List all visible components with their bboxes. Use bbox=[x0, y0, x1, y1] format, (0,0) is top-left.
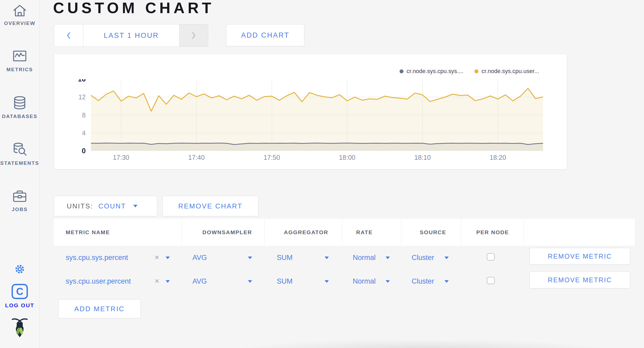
logout-label[interactable]: LOG OUT bbox=[0, 302, 39, 309]
sidebar-item-overview-label[interactable]: OVERVIEW bbox=[0, 21, 39, 26]
source-select[interactable]: Cluster bbox=[412, 277, 434, 285]
chevron-down-icon[interactable] bbox=[248, 257, 252, 259]
legend-label: cr.node.sys.cpu.user... bbox=[482, 68, 539, 75]
jobs-icon bbox=[12, 188, 28, 204]
custom-chart-plot: 048121617:3017:4017:5018:0018:1018:20 bbox=[70, 79, 546, 166]
settings-button[interactable] bbox=[0, 263, 39, 276]
metrics-icon bbox=[12, 48, 28, 64]
sidebar-item-metrics-label[interactable]: METRICS bbox=[0, 67, 39, 73]
time-range-prev-button[interactable] bbox=[54, 24, 83, 47]
units-label: UNITS: bbox=[67, 202, 93, 210]
x-tick-label: 17:40 bbox=[188, 154, 205, 161]
sidebar-item-jobs[interactable] bbox=[0, 188, 39, 204]
time-range-selector: LAST 1 HOUR bbox=[54, 24, 208, 47]
chevron-down-icon[interactable] bbox=[444, 280, 449, 283]
y-tick-label: 4 bbox=[82, 129, 86, 137]
gear-icon bbox=[13, 263, 26, 276]
column-header-actions bbox=[524, 219, 635, 246]
metric-row: sys.cpu.sys.percent × AVG SUM Normal Clu… bbox=[54, 246, 635, 269]
chevron-left-icon bbox=[66, 32, 71, 39]
legend-swatch bbox=[400, 69, 403, 73]
time-range-value[interactable]: LAST 1 HOUR bbox=[83, 24, 180, 47]
column-header-source: SOURCE bbox=[401, 219, 461, 246]
remove-metric-button[interactable]: REMOVE METRIC bbox=[530, 248, 630, 265]
add-chart-button[interactable]: ADD CHART bbox=[226, 24, 304, 46]
sidebar-item-statements-label[interactable]: STATEMENTS bbox=[0, 160, 39, 166]
legend-label: cr.node.sys.cpu.sys.... bbox=[407, 68, 463, 75]
statements-icon bbox=[12, 141, 28, 158]
sidebar-item-metrics[interactable] bbox=[0, 48, 39, 64]
add-metric-button[interactable]: ADD METRIC bbox=[58, 299, 141, 318]
y-tick-label: 16 bbox=[78, 79, 86, 83]
y-tick-label: 8 bbox=[82, 111, 86, 119]
custom-chart-page: OVERVIEW METRICS DATABASES bbox=[0, 0, 644, 348]
column-header-rate: RATE bbox=[342, 219, 401, 246]
remove-metric-button[interactable]: REMOVE METRIC bbox=[530, 272, 630, 288]
page-title: CUSTOM CHART bbox=[53, 0, 214, 17]
sidebar-item-overview[interactable] bbox=[0, 3, 39, 19]
units-value: COUNT bbox=[98, 202, 126, 210]
downsampler-select[interactable]: AVG bbox=[192, 277, 207, 285]
legend-item[interactable]: cr.node.sys.cpu.user... bbox=[474, 68, 539, 75]
source-select[interactable]: Cluster bbox=[412, 254, 434, 262]
chevron-down-icon[interactable] bbox=[166, 280, 170, 283]
chevron-down-icon[interactable] bbox=[386, 280, 390, 283]
x-tick-label: 17:30 bbox=[113, 154, 129, 161]
chevron-down-icon[interactable] bbox=[325, 257, 329, 259]
downsampler-select[interactable]: AVG bbox=[192, 254, 207, 262]
sidebar-item-databases-label[interactable]: DATABASES bbox=[0, 114, 39, 119]
time-range-next-button[interactable] bbox=[180, 24, 208, 47]
column-header-downsampler: DOWNSAMPLER bbox=[182, 219, 265, 246]
series-area bbox=[91, 143, 543, 151]
x-tick-label: 17:50 bbox=[264, 154, 280, 161]
sidebar-item-statements[interactable] bbox=[0, 141, 39, 158]
sidebar: OVERVIEW METRICS DATABASES bbox=[0, 0, 40, 348]
chevron-down-icon[interactable] bbox=[166, 257, 170, 259]
metric-name-value[interactable]: sys.cpu.user.percent bbox=[66, 277, 131, 285]
aggregator-select[interactable]: SUM bbox=[277, 254, 293, 262]
chart-card: cr.node.sys.cpu.sys.... cr.node.sys.cpu.… bbox=[54, 54, 567, 169]
aggregator-select[interactable]: SUM bbox=[277, 277, 293, 285]
column-header-aggregator: AGGREGATOR bbox=[265, 219, 342, 246]
y-tick-label: 12 bbox=[78, 93, 86, 101]
metrics-table-header: METRIC NAME DOWNSAMPLER AGGREGATOR RATE … bbox=[54, 219, 635, 246]
column-header-per-node: PER NODE bbox=[461, 219, 524, 246]
rate-select[interactable]: Normal bbox=[353, 277, 376, 285]
bottom-shadow bbox=[152, 339, 644, 348]
sidebar-item-databases[interactable] bbox=[0, 95, 39, 111]
y-tick-label: 0 bbox=[82, 147, 86, 155]
legend-item[interactable]: cr.node.sys.cpu.sys.... bbox=[400, 68, 463, 75]
units-dropdown[interactable]: UNITS: COUNT bbox=[54, 196, 157, 216]
logout-button[interactable]: C bbox=[0, 284, 39, 299]
cockroach-c-logo: C bbox=[12, 284, 28, 299]
series-area bbox=[91, 88, 543, 151]
chevron-down-icon[interactable] bbox=[444, 257, 449, 259]
chevron-down-icon[interactable] bbox=[248, 280, 252, 283]
sidebar-item-jobs-label[interactable]: JOBS bbox=[0, 207, 39, 212]
per-node-checkbox[interactable] bbox=[487, 277, 495, 284]
clear-metric-icon[interactable]: × bbox=[155, 253, 159, 262]
x-tick-label: 18:20 bbox=[490, 154, 506, 161]
chevron-down-icon bbox=[133, 205, 137, 207]
metric-name-value[interactable]: sys.cpu.sys.percent bbox=[66, 254, 128, 262]
databases-icon bbox=[12, 95, 28, 111]
clear-metric-icon[interactable]: × bbox=[155, 277, 159, 285]
chevron-down-icon[interactable] bbox=[325, 280, 329, 283]
metric-row: sys.cpu.user.percent × AVG SUM Normal Cl… bbox=[54, 269, 635, 293]
brand-logo bbox=[0, 318, 39, 338]
chart-legend: cr.node.sys.cpu.sys.... cr.node.sys.cpu.… bbox=[400, 68, 539, 75]
chevron-right-icon bbox=[191, 32, 196, 39]
chevron-down-icon[interactable] bbox=[386, 257, 390, 259]
x-tick-label: 18:00 bbox=[339, 154, 355, 161]
cockroach-bug-icon bbox=[11, 318, 29, 338]
legend-swatch bbox=[474, 69, 478, 73]
remove-chart-button[interactable]: REMOVE CHART bbox=[162, 196, 258, 216]
rate-select[interactable]: Normal bbox=[353, 254, 376, 262]
x-tick-label: 18:10 bbox=[414, 154, 431, 161]
column-header-metric-name: METRIC NAME bbox=[54, 219, 182, 246]
per-node-checkbox[interactable] bbox=[487, 253, 495, 260]
home-icon bbox=[12, 3, 28, 19]
